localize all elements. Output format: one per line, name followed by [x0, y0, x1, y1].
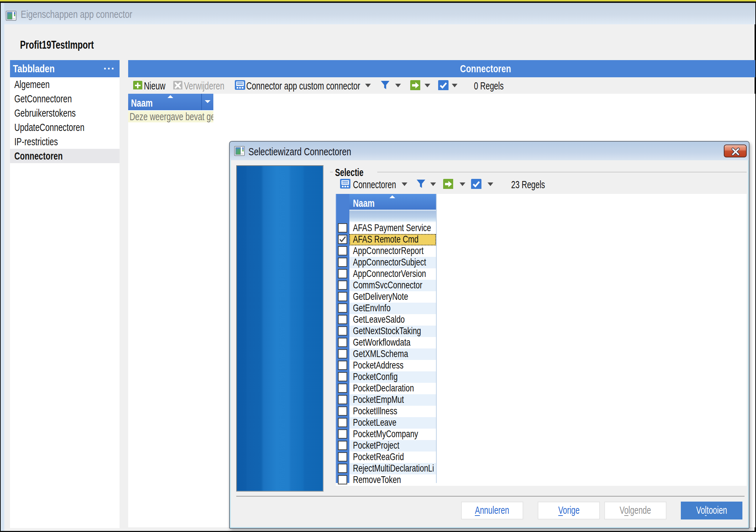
- grid-row[interactable]: AppConnectorSubject: [349, 257, 436, 268]
- close-button[interactable]: [724, 145, 747, 158]
- footer-divider: [236, 496, 744, 497]
- sidebar-item-ip-restricties[interactable]: IP-restricties: [10, 135, 119, 149]
- connector-view-icon[interactable]: [235, 80, 245, 90]
- screenshot-highlight-border: [0, 0, 756, 1]
- connector-view-icon[interactable]: [340, 179, 350, 189]
- row-checkbox[interactable]: [336, 463, 349, 474]
- grid-row[interactable]: PocketAddress: [349, 360, 436, 371]
- grid-row[interactable]: GetDeliveryNote: [349, 291, 436, 302]
- window-titlebar[interactable]: Eigenschappen app connector: [1, 3, 755, 24]
- row-checkbox[interactable]: [336, 371, 349, 382]
- ellipsis-menu-icon[interactable]: ...: [103, 59, 115, 72]
- checkbox-box: [338, 269, 347, 278]
- row-checkbox[interactable]: [336, 302, 349, 314]
- row-checkbox[interactable]: [336, 222, 349, 234]
- grid-row[interactable]: PocketLeave: [349, 417, 436, 428]
- filter-dropdown-icon[interactable]: [430, 182, 436, 186]
- vorige-button[interactable]: Vorige: [537, 502, 600, 519]
- grid-filter-row[interactable]: [349, 210, 436, 222]
- row-checkbox[interactable]: [336, 428, 349, 440]
- groupbox-border: [330, 172, 746, 172]
- row-checkbox[interactable]: [336, 360, 349, 371]
- filter-dropdown-icon[interactable]: [395, 83, 401, 87]
- grid-row[interactable]: PocketConfig: [349, 371, 436, 382]
- export-dropdown-icon[interactable]: [424, 83, 430, 87]
- sidebar-item-algemeen[interactable]: Algemeen: [10, 77, 119, 92]
- checkbox-box: [338, 246, 347, 255]
- grid-column-header[interactable]: Naam: [349, 194, 436, 210]
- row-checkbox[interactable]: [336, 417, 349, 428]
- annuleren-button[interactable]: Annuleren: [461, 502, 523, 519]
- row-checkbox[interactable]: [336, 405, 349, 417]
- grid-row[interactable]: PocketProject: [349, 440, 436, 451]
- grid-row[interactable]: PocketReaGrid: [349, 451, 436, 463]
- grid-row[interactable]: RejectMultiDeclarationLi: [349, 463, 436, 474]
- filter-icon[interactable]: [416, 179, 426, 189]
- grid-row[interactable]: GetLeaveSaldo: [349, 314, 436, 325]
- new-button[interactable]: Nieuw: [144, 80, 173, 91]
- select-dropdown-icon[interactable]: [487, 182, 493, 186]
- row-checkbox[interactable]: [336, 325, 349, 337]
- grid-row[interactable]: RemoveToken: [349, 474, 436, 485]
- grid-row[interactable]: PocketDeclaration: [349, 382, 436, 394]
- select-dropdown-icon[interactable]: [452, 83, 457, 87]
- export-icon[interactable]: [443, 179, 453, 189]
- checkbox-box: [338, 383, 347, 392]
- dialog-titlebar[interactable]: Selectiewizard Connectoren: [230, 141, 748, 160]
- row-checkbox[interactable]: [336, 337, 349, 348]
- sidebar-item-getconnectoren[interactable]: GetConnectoren: [10, 92, 119, 106]
- row-checkbox-checked[interactable]: [336, 234, 349, 245]
- column-filter-dropdown-icon[interactable]: [205, 100, 210, 103]
- window-form-icon: [6, 11, 16, 21]
- grid-row[interactable]: PocketIllness: [349, 405, 436, 417]
- row-checkbox[interactable]: [336, 245, 349, 257]
- row-checkbox[interactable]: [336, 314, 349, 325]
- checkbox-box: [338, 280, 347, 289]
- connector-name-heading: Profit19TestImport: [20, 38, 120, 51]
- export-icon[interactable]: [410, 80, 420, 90]
- grid-row[interactable]: PocketMyCompany: [349, 428, 436, 440]
- grid-row[interactable]: GetXMLSchema: [349, 348, 436, 360]
- connector-type-button[interactable]: Connector app custom connector: [246, 80, 400, 91]
- row-checkbox[interactable]: [336, 451, 349, 463]
- row-checkbox[interactable]: [336, 291, 349, 302]
- sidebar-item-connectoren[interactable]: Connectoren: [10, 149, 119, 163]
- row-checkbox[interactable]: [336, 257, 349, 268]
- row-checkbox[interactable]: [336, 440, 349, 451]
- select-icon[interactable]: [438, 80, 449, 90]
- grid-row[interactable]: GetEnvInfo: [349, 302, 436, 314]
- grid-row[interactable]: AppConnectorVersion: [349, 268, 436, 279]
- grid-row[interactable]: AppConnectorReport: [349, 245, 436, 257]
- sidebar-tab-list: AlgemeenGetConnectorenGebruikerstokensUp…: [10, 77, 119, 528]
- sidebar-item-updateconnectoren[interactable]: UpdateConnectoren: [10, 120, 119, 135]
- grid-row[interactable]: GetWorkflowdata: [349, 337, 436, 348]
- row-checkbox[interactable]: [336, 348, 349, 360]
- row-checkbox[interactable]: [336, 474, 349, 485]
- row-checkbox[interactable]: [336, 394, 349, 405]
- selection-grid: Naam AFAS Payment ServiceAFAS Remote Cmd…: [335, 194, 747, 485]
- export-dropdown-icon[interactable]: [460, 182, 465, 186]
- filter-icon[interactable]: [380, 80, 390, 90]
- application-window: Eigenschappen app connector Profit19Test…: [0, 0, 756, 532]
- grid-row[interactable]: PocketEmpMut: [349, 394, 436, 405]
- volgende-button[interactable]: Volgende: [604, 502, 667, 519]
- groupbox-label: Selectie: [333, 166, 377, 178]
- checkbox-box: [338, 418, 347, 427]
- grid-row[interactable]: GetNextStockTaking: [349, 325, 436, 337]
- row-checkbox[interactable]: [336, 268, 349, 279]
- grid-row[interactable]: AFAS Payment Service: [349, 222, 436, 234]
- connector-type-dropdown-icon[interactable]: [365, 83, 370, 87]
- grid-row[interactable]: AFAS Remote Cmd: [349, 234, 436, 245]
- checkbox-box: [338, 440, 347, 450]
- select-icon[interactable]: [471, 179, 481, 189]
- checkbox-box: [338, 463, 347, 473]
- row-checkbox[interactable]: [336, 279, 349, 291]
- sidebar-item-gebruikerstokens[interactable]: Gebruikerstokens: [10, 106, 119, 120]
- voltooien-button[interactable]: Voltooien: [680, 502, 742, 519]
- grid-checkbox-cells: [336, 222, 349, 485]
- row-checkbox[interactable]: [336, 382, 349, 394]
- connector-view-dropdown-icon[interactable]: [401, 182, 407, 186]
- checkbox-box: [338, 395, 347, 404]
- grid-row[interactable]: CommSvcConnector: [349, 279, 436, 291]
- new-icon[interactable]: [133, 80, 142, 90]
